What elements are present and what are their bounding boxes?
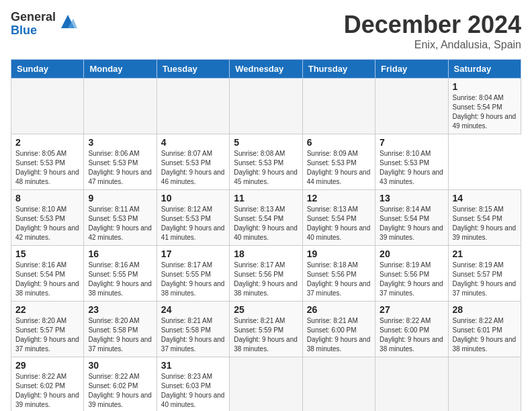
- day-cell: [375, 357, 448, 412]
- day-cell: 23Sunrise: 8:20 AMSunset: 5:58 PMDayligh…: [84, 302, 157, 357]
- day-number: 15: [15, 248, 79, 259]
- day-cell: [230, 357, 302, 412]
- page-header: General Blue December 2024 Enix, Andalus…: [11, 11, 521, 51]
- day-cell: 20Sunrise: 8:19 AMSunset: 5:56 PMDayligh…: [375, 246, 448, 302]
- day-cell: [448, 357, 521, 412]
- empty-cell: [11, 79, 84, 134]
- column-header-wednesday: Wednesday: [230, 60, 302, 79]
- day-number: 12: [307, 193, 371, 203]
- day-number: 28: [453, 304, 517, 315]
- day-cell: 19Sunrise: 8:18 AMSunset: 5:56 PMDayligh…: [302, 246, 375, 302]
- day-info: Sunrise: 8:17 AMSunset: 5:55 PMDaylight:…: [161, 261, 225, 297]
- day-info: Sunrise: 8:22 AMSunset: 6:01 PMDaylight:…: [453, 317, 517, 353]
- day-number: 7: [380, 137, 443, 148]
- calendar-week-row: 22Sunrise: 8:20 AMSunset: 5:57 PMDayligh…: [11, 302, 521, 357]
- day-info: Sunrise: 8:13 AMSunset: 5:54 PMDaylight:…: [307, 205, 371, 241]
- day-info: Sunrise: 8:05 AMSunset: 5:53 PMDaylight:…: [15, 150, 79, 185]
- day-cell: 2Sunrise: 8:05 AMSunset: 5:53 PMDaylight…: [11, 134, 84, 190]
- day-number: 20: [380, 248, 443, 259]
- day-number: 24: [161, 304, 225, 315]
- day-cell: 24Sunrise: 8:21 AMSunset: 5:58 PMDayligh…: [157, 302, 229, 357]
- column-header-tuesday: Tuesday: [157, 60, 229, 79]
- day-number: 17: [161, 248, 225, 259]
- day-cell: 9Sunrise: 8:11 AMSunset: 5:53 PMDaylight…: [84, 190, 157, 246]
- day-info: Sunrise: 8:20 AMSunset: 5:57 PMDaylight:…: [15, 317, 79, 353]
- day-cell: 1Sunrise: 8:04 AMSunset: 5:54 PMDaylight…: [448, 79, 521, 134]
- logo-general-text: General: [11, 11, 56, 24]
- day-number: 16: [88, 248, 152, 259]
- day-info: Sunrise: 8:16 AMSunset: 5:54 PMDaylight:…: [15, 261, 79, 297]
- day-number: 2: [15, 137, 79, 148]
- day-info: Sunrise: 8:07 AMSunset: 5:53 PMDaylight:…: [161, 150, 225, 185]
- day-info: Sunrise: 8:08 AMSunset: 5:53 PMDaylight:…: [234, 150, 298, 185]
- day-number: 25: [234, 304, 298, 315]
- day-info: Sunrise: 8:22 AMSunset: 6:02 PMDaylight:…: [15, 373, 79, 408]
- day-number: 29: [15, 360, 79, 371]
- day-cell: 18Sunrise: 8:17 AMSunset: 5:56 PMDayligh…: [230, 246, 302, 302]
- day-info: Sunrise: 8:21 AMSunset: 5:58 PMDaylight:…: [161, 317, 225, 353]
- day-info: Sunrise: 8:04 AMSunset: 5:54 PMDaylight:…: [453, 94, 517, 130]
- day-info: Sunrise: 8:17 AMSunset: 5:56 PMDaylight:…: [234, 261, 298, 297]
- day-cell: 11Sunrise: 8:13 AMSunset: 5:54 PMDayligh…: [230, 190, 302, 246]
- day-cell: 21Sunrise: 8:19 AMSunset: 5:57 PMDayligh…: [448, 246, 521, 302]
- column-header-thursday: Thursday: [302, 60, 375, 79]
- day-cell: 4Sunrise: 8:07 AMSunset: 5:53 PMDaylight…: [157, 134, 229, 190]
- day-cell: 29Sunrise: 8:22 AMSunset: 6:02 PMDayligh…: [11, 357, 84, 412]
- day-cell: 5Sunrise: 8:08 AMSunset: 5:53 PMDaylight…: [230, 134, 302, 190]
- column-header-friday: Friday: [375, 60, 448, 79]
- day-info: Sunrise: 8:20 AMSunset: 5:58 PMDaylight:…: [88, 317, 152, 353]
- location: Enix, Andalusia, Spain: [344, 39, 521, 51]
- day-cell: 7Sunrise: 8:10 AMSunset: 5:53 PMDaylight…: [375, 134, 448, 190]
- day-info: Sunrise: 8:22 AMSunset: 6:00 PMDaylight:…: [380, 317, 443, 353]
- day-cell: 30Sunrise: 8:22 AMSunset: 6:02 PMDayligh…: [84, 357, 157, 412]
- day-info: Sunrise: 8:18 AMSunset: 5:56 PMDaylight:…: [307, 261, 371, 297]
- calendar-week-row: 8Sunrise: 8:10 AMSunset: 5:53 PMDaylight…: [11, 190, 521, 246]
- calendar-week-row: 2Sunrise: 8:05 AMSunset: 5:53 PMDaylight…: [11, 134, 521, 190]
- empty-cell: [230, 79, 302, 134]
- day-number: 23: [88, 304, 152, 315]
- empty-cell: [375, 79, 448, 134]
- day-number: 3: [88, 137, 152, 148]
- day-info: Sunrise: 8:21 AMSunset: 5:59 PMDaylight:…: [234, 317, 298, 353]
- day-number: 31: [161, 360, 225, 371]
- day-cell: 26Sunrise: 8:21 AMSunset: 6:00 PMDayligh…: [302, 302, 375, 357]
- day-cell: 3Sunrise: 8:06 AMSunset: 5:53 PMDaylight…: [84, 134, 157, 190]
- day-number: 30: [88, 360, 152, 371]
- day-cell: 12Sunrise: 8:13 AMSunset: 5:54 PMDayligh…: [302, 190, 375, 246]
- day-cell: 16Sunrise: 8:16 AMSunset: 5:55 PMDayligh…: [84, 246, 157, 302]
- day-number: 1: [453, 81, 517, 92]
- day-cell: 6Sunrise: 8:09 AMSunset: 5:53 PMDaylight…: [302, 134, 375, 190]
- day-info: Sunrise: 8:12 AMSunset: 5:53 PMDaylight:…: [161, 205, 225, 241]
- column-header-saturday: Saturday: [448, 60, 521, 79]
- day-number: 6: [307, 137, 371, 148]
- day-info: Sunrise: 8:19 AMSunset: 5:56 PMDaylight:…: [380, 261, 443, 297]
- day-cell: 14Sunrise: 8:15 AMSunset: 5:54 PMDayligh…: [448, 190, 521, 246]
- day-info: Sunrise: 8:06 AMSunset: 5:53 PMDaylight:…: [88, 150, 152, 185]
- empty-cell: [302, 79, 375, 134]
- day-info: Sunrise: 8:23 AMSunset: 6:03 PMDaylight:…: [161, 373, 225, 408]
- day-number: 13: [380, 193, 443, 203]
- day-number: 5: [234, 137, 298, 148]
- day-number: 19: [307, 248, 371, 259]
- day-info: Sunrise: 8:14 AMSunset: 5:54 PMDaylight:…: [380, 205, 443, 241]
- logo-blue-text: Blue: [11, 24, 56, 38]
- day-number: 26: [307, 304, 371, 315]
- day-info: Sunrise: 8:10 AMSunset: 5:53 PMDaylight:…: [380, 150, 443, 185]
- day-number: 8: [15, 193, 79, 203]
- day-number: 21: [453, 248, 517, 259]
- day-info: Sunrise: 8:16 AMSunset: 5:55 PMDaylight:…: [88, 261, 152, 297]
- day-number: 22: [15, 304, 79, 315]
- empty-cell: [84, 79, 157, 134]
- day-cell: 22Sunrise: 8:20 AMSunset: 5:57 PMDayligh…: [11, 302, 84, 357]
- logo: General Blue: [11, 11, 77, 38]
- day-number: 14: [453, 193, 517, 203]
- day-info: Sunrise: 8:22 AMSunset: 6:02 PMDaylight:…: [88, 373, 152, 408]
- day-cell: [302, 357, 375, 412]
- day-number: 10: [161, 193, 225, 203]
- title-section: December 2024 Enix, Andalusia, Spain: [344, 11, 521, 51]
- day-cell: 15Sunrise: 8:16 AMSunset: 5:54 PMDayligh…: [11, 246, 84, 302]
- day-cell: 13Sunrise: 8:14 AMSunset: 5:54 PMDayligh…: [375, 190, 448, 246]
- calendar-table: SundayMondayTuesdayWednesdayThursdayFrid…: [11, 59, 521, 411]
- day-cell: 31Sunrise: 8:23 AMSunset: 6:03 PMDayligh…: [157, 357, 229, 412]
- day-number: 27: [380, 304, 443, 315]
